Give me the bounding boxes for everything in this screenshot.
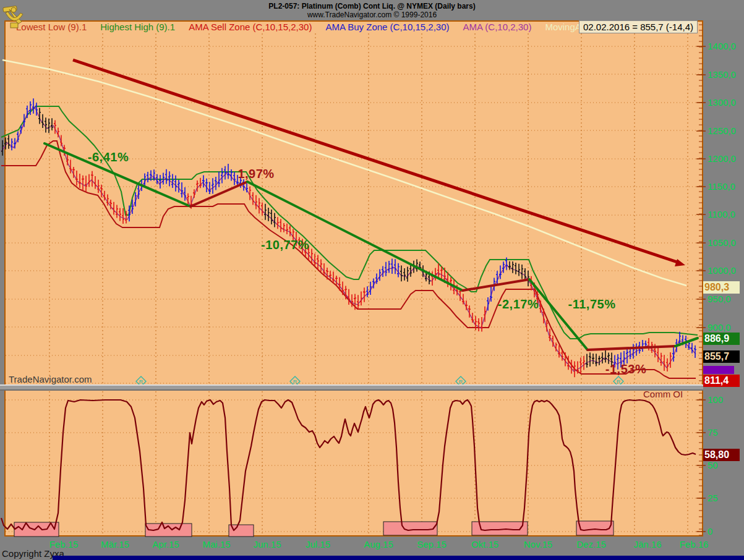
- trade-percent-annotation: -11,75%: [568, 297, 616, 312]
- gridlines: [6, 33, 702, 535]
- svg-text:R: R: [139, 379, 143, 385]
- legend-ama[interactable]: AMA (C,10,2,30): [463, 22, 532, 33]
- bottom-navy-bar: [53, 556, 744, 560]
- x-axis-month-label: Jun.15: [253, 539, 281, 549]
- ama-badge-partial: [703, 366, 734, 374]
- x-axis-month-label: Aug.15: [364, 539, 393, 549]
- price-badge: 58,80: [703, 449, 740, 461]
- lowest-low-line: [1, 141, 696, 378]
- comm-oi-line: [1, 400, 696, 530]
- movingavg-200-line: [2, 60, 686, 286]
- main-y-axis-label: 1350,0: [708, 69, 736, 80]
- panel-splitter[interactable]: [0, 384, 703, 391]
- x-axis-month-label: Apr.15: [152, 539, 179, 549]
- ama-line: [1, 107, 696, 371]
- x-axis-month-label: Feb.16: [680, 539, 709, 549]
- x-axis-month-label: Nov.15: [524, 539, 552, 549]
- price-bars: [1, 98, 696, 377]
- main-y-axis-label: 1150,0: [708, 181, 735, 192]
- oversold-highlight-boxes: [14, 521, 614, 537]
- sub-y-axis-label: 0: [708, 526, 712, 537]
- main-y-axis-label: 950,0: [708, 294, 731, 304]
- trade-trend-segments: [45, 143, 698, 350]
- sub-y-axis-label: 50: [708, 460, 718, 470]
- legend-ama-buy-zone[interactable]: AMA Buy Zone (C,10,15,2,30): [325, 22, 449, 33]
- trade-percent-annotation: -10,77%: [261, 238, 309, 252]
- price-badge: 855,7: [703, 350, 740, 363]
- x-axis-month-label: Dez.15: [576, 539, 606, 549]
- svg-text:R: R: [459, 379, 463, 385]
- trade-percent-annotation: -2,17%: [498, 297, 539, 312]
- price-badge: 886,9: [703, 333, 740, 345]
- svg-text:R: R: [293, 379, 297, 385]
- main-y-axis-label: 1100,0: [708, 209, 735, 219]
- main-y-axis-label: 1050,0: [708, 237, 736, 248]
- trade-navigator-window: PL2-057: Platinum (Comb) Cont Liq. @ NYM…: [0, 0, 744, 560]
- x-axis-month-label: Mai.15: [202, 539, 230, 549]
- sub-y-axis-label: 25: [708, 493, 718, 503]
- legend-highest-high[interactable]: Highest High (9).1: [100, 22, 175, 33]
- main-y-axis-label: 1300,0: [708, 97, 736, 108]
- trade-percent-annotation: -6,41%: [88, 150, 129, 164]
- price-badge: 811,4: [703, 375, 740, 387]
- x-axis-month-label: Jul.15: [306, 539, 330, 549]
- trade-percent-annotation: -1,53%: [605, 362, 646, 376]
- x-axis-month-label: Okt.15: [471, 539, 498, 549]
- x-axis-month-label: Jän.16: [633, 539, 661, 549]
- legend-ama-sell-zone[interactable]: AMA Sell Zone (C,10,15,2,30): [189, 22, 312, 33]
- main-y-axis-label: 1400,0: [708, 41, 736, 51]
- sub-y-axis-label: 75: [708, 427, 718, 438]
- main-y-axis-label: 1250,0: [708, 125, 736, 136]
- down-trendline: [73, 60, 685, 266]
- x-axis-month-label: Sep.15: [417, 539, 447, 549]
- main-y-axis-label: 1200,0: [708, 153, 736, 164]
- svg-text:R: R: [617, 379, 621, 385]
- chart-canvas[interactable]: RRRR: [0, 0, 744, 560]
- sub-y-axis-label: 100: [708, 394, 723, 405]
- trade-percent-annotation: 1,97%: [237, 167, 274, 181]
- indicator-legend: Lowest Low (9).1 Highest High (9).1 AMA …: [16, 22, 625, 33]
- main-y-axis-label: 900,0: [708, 322, 731, 333]
- tradenavigator-logo-icon: [1, 1, 28, 30]
- x-axis-month-label: Mär.15: [101, 539, 129, 549]
- watermark: TradeNavigator.com: [9, 374, 92, 384]
- cursor-date-value-box: 02.02.2016 = 855,7 (-14,4): [579, 20, 698, 33]
- main-y-axis-label: 1000,0: [708, 265, 736, 276]
- price-badge: 980,3: [703, 281, 740, 294]
